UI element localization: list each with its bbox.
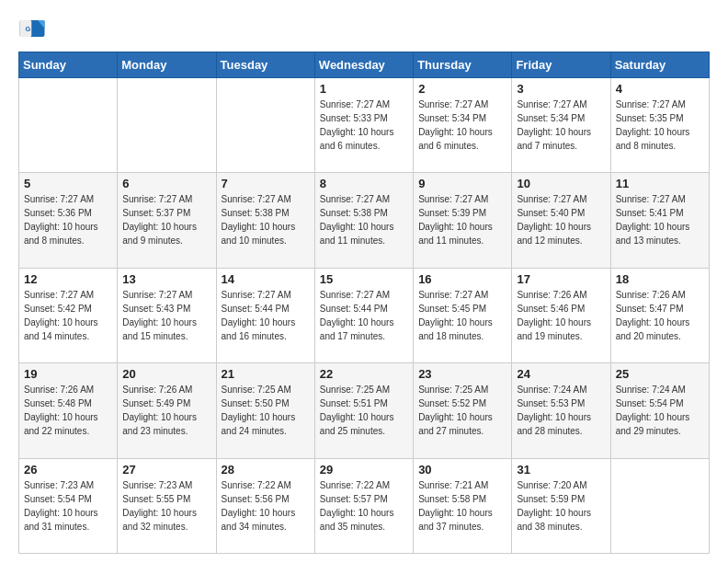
week-row-5: 26Sunrise: 7:23 AM Sunset: 5:54 PM Dayli… [19, 458, 710, 553]
day-number: 16 [418, 272, 506, 286]
day-cell-13: 13Sunrise: 7:27 AM Sunset: 5:43 PM Dayli… [118, 268, 216, 362]
day-cell-19: 19Sunrise: 7:26 AM Sunset: 5:48 PM Dayli… [19, 363, 118, 458]
day-number: 24 [517, 367, 605, 381]
empty-cell [19, 78, 118, 173]
week-row-4: 19Sunrise: 7:26 AM Sunset: 5:48 PM Dayli… [19, 363, 710, 458]
day-info: Sunrise: 7:23 AM Sunset: 5:55 PM Dayligh… [122, 478, 210, 534]
weekday-monday: Monday [118, 52, 216, 78]
day-number: 12 [24, 272, 112, 286]
day-info: Sunrise: 7:26 AM Sunset: 5:47 PM Dayligh… [616, 288, 704, 343]
header: G [18, 15, 710, 42]
week-row-1: 1Sunrise: 7:27 AM Sunset: 5:33 PM Daylig… [19, 78, 710, 173]
day-cell-3: 3Sunrise: 7:27 AM Sunset: 5:34 PM Daylig… [512, 78, 610, 173]
day-number: 21 [222, 367, 310, 381]
day-number: 3 [517, 82, 605, 96]
weekday-sunday: Sunday [19, 52, 118, 78]
day-info: Sunrise: 7:20 AM Sunset: 5:59 PM Dayligh… [517, 478, 605, 534]
day-number: 5 [24, 177, 112, 190]
day-number: 14 [222, 272, 310, 286]
day-cell-10: 10Sunrise: 7:27 AM Sunset: 5:40 PM Dayli… [512, 173, 610, 268]
day-cell-23: 23Sunrise: 7:25 AM Sunset: 5:52 PM Dayli… [414, 363, 512, 458]
day-number: 28 [222, 463, 310, 477]
empty-cell [216, 78, 314, 173]
day-number: 27 [122, 463, 210, 477]
weekday-tuesday: Tuesday [216, 52, 314, 78]
day-info: Sunrise: 7:27 AM Sunset: 5:43 PM Dayligh… [122, 288, 210, 343]
day-cell-12: 12Sunrise: 7:27 AM Sunset: 5:42 PM Dayli… [19, 268, 118, 362]
day-info: Sunrise: 7:27 AM Sunset: 5:42 PM Dayligh… [24, 288, 112, 343]
day-info: Sunrise: 7:27 AM Sunset: 5:44 PM Dayligh… [320, 288, 408, 343]
weekday-thursday: Thursday [414, 52, 512, 78]
day-info: Sunrise: 7:27 AM Sunset: 5:38 PM Dayligh… [320, 192, 408, 247]
day-info: Sunrise: 7:26 AM Sunset: 5:46 PM Dayligh… [517, 288, 605, 343]
day-info: Sunrise: 7:22 AM Sunset: 5:56 PM Dayligh… [222, 478, 310, 534]
day-number: 13 [122, 272, 210, 286]
day-number: 4 [616, 82, 704, 96]
day-info: Sunrise: 7:21 AM Sunset: 5:58 PM Dayligh… [418, 478, 506, 534]
day-cell-7: 7Sunrise: 7:27 AM Sunset: 5:38 PM Daylig… [216, 173, 314, 268]
calendar-table: SundayMondayTuesdayWednesdayThursdayFrid… [18, 52, 710, 554]
day-number: 11 [616, 177, 704, 190]
day-cell-29: 29Sunrise: 7:22 AM Sunset: 5:57 PM Dayli… [314, 458, 413, 553]
day-cell-28: 28Sunrise: 7:22 AM Sunset: 5:56 PM Dayli… [216, 458, 314, 553]
day-info: Sunrise: 7:24 AM Sunset: 5:54 PM Dayligh… [616, 383, 704, 438]
day-cell-14: 14Sunrise: 7:27 AM Sunset: 5:44 PM Dayli… [216, 268, 314, 362]
day-number: 10 [517, 177, 605, 190]
day-number: 7 [222, 177, 310, 190]
day-info: Sunrise: 7:25 AM Sunset: 5:50 PM Dayligh… [222, 383, 310, 438]
day-info: Sunrise: 7:27 AM Sunset: 5:44 PM Dayligh… [222, 288, 310, 343]
day-info: Sunrise: 7:27 AM Sunset: 5:41 PM Dayligh… [616, 192, 704, 247]
day-cell-22: 22Sunrise: 7:25 AM Sunset: 5:51 PM Dayli… [314, 363, 413, 458]
day-info: Sunrise: 7:27 AM Sunset: 5:37 PM Dayligh… [122, 192, 210, 247]
day-cell-17: 17Sunrise: 7:26 AM Sunset: 5:46 PM Dayli… [512, 268, 610, 362]
day-number: 23 [418, 367, 506, 381]
svg-text:G: G [26, 25, 31, 33]
day-cell-27: 27Sunrise: 7:23 AM Sunset: 5:55 PM Dayli… [118, 458, 216, 553]
day-cell-30: 30Sunrise: 7:21 AM Sunset: 5:58 PM Dayli… [414, 458, 512, 553]
empty-cell [118, 78, 216, 173]
logo-icon: G [18, 15, 46, 42]
day-number: 22 [320, 367, 408, 381]
day-cell-26: 26Sunrise: 7:23 AM Sunset: 5:54 PM Dayli… [19, 458, 118, 553]
day-cell-16: 16Sunrise: 7:27 AM Sunset: 5:45 PM Dayli… [414, 268, 512, 362]
day-info: Sunrise: 7:27 AM Sunset: 5:45 PM Dayligh… [418, 288, 506, 343]
day-number: 8 [320, 177, 408, 190]
day-info: Sunrise: 7:24 AM Sunset: 5:53 PM Dayligh… [517, 383, 605, 438]
weekday-wednesday: Wednesday [314, 52, 413, 78]
calendar-page: G SundayMondayTuesdayWednesdayThursdayFr… [0, 0, 728, 563]
day-cell-4: 4Sunrise: 7:27 AM Sunset: 5:35 PM Daylig… [610, 78, 709, 173]
day-info: Sunrise: 7:26 AM Sunset: 5:49 PM Dayligh… [122, 383, 210, 438]
day-cell-2: 2Sunrise: 7:27 AM Sunset: 5:34 PM Daylig… [414, 78, 512, 173]
day-cell-21: 21Sunrise: 7:25 AM Sunset: 5:50 PM Dayli… [216, 363, 314, 458]
day-number: 6 [122, 177, 210, 190]
day-cell-31: 31Sunrise: 7:20 AM Sunset: 5:59 PM Dayli… [512, 458, 610, 553]
day-number: 2 [418, 82, 506, 96]
day-number: 29 [320, 463, 408, 477]
day-number: 17 [517, 272, 605, 286]
day-number: 1 [320, 82, 408, 96]
day-cell-15: 15Sunrise: 7:27 AM Sunset: 5:44 PM Dayli… [314, 268, 413, 362]
day-info: Sunrise: 7:22 AM Sunset: 5:57 PM Dayligh… [320, 478, 408, 534]
day-cell-9: 9Sunrise: 7:27 AM Sunset: 5:39 PM Daylig… [414, 173, 512, 268]
day-info: Sunrise: 7:26 AM Sunset: 5:48 PM Dayligh… [24, 383, 112, 438]
day-cell-20: 20Sunrise: 7:26 AM Sunset: 5:49 PM Dayli… [118, 363, 216, 458]
day-info: Sunrise: 7:25 AM Sunset: 5:52 PM Dayligh… [418, 383, 506, 438]
day-cell-25: 25Sunrise: 7:24 AM Sunset: 5:54 PM Dayli… [610, 363, 709, 458]
day-number: 20 [122, 367, 210, 381]
day-cell-1: 1Sunrise: 7:27 AM Sunset: 5:33 PM Daylig… [314, 78, 413, 173]
day-info: Sunrise: 7:27 AM Sunset: 5:34 PM Dayligh… [517, 98, 605, 153]
day-info: Sunrise: 7:27 AM Sunset: 5:34 PM Dayligh… [418, 98, 506, 153]
day-cell-24: 24Sunrise: 7:24 AM Sunset: 5:53 PM Dayli… [512, 363, 610, 458]
week-row-2: 5Sunrise: 7:27 AM Sunset: 5:36 PM Daylig… [19, 173, 710, 268]
day-info: Sunrise: 7:27 AM Sunset: 5:40 PM Dayligh… [517, 192, 605, 247]
day-info: Sunrise: 7:27 AM Sunset: 5:33 PM Dayligh… [320, 98, 408, 153]
weekday-saturday: Saturday [610, 52, 709, 78]
day-number: 25 [616, 367, 704, 381]
week-row-3: 12Sunrise: 7:27 AM Sunset: 5:42 PM Dayli… [19, 268, 710, 362]
day-number: 19 [24, 367, 112, 381]
day-number: 18 [616, 272, 704, 286]
day-number: 15 [320, 272, 408, 286]
day-number: 26 [24, 463, 112, 477]
weekday-friday: Friday [512, 52, 610, 78]
day-cell-8: 8Sunrise: 7:27 AM Sunset: 5:38 PM Daylig… [314, 173, 413, 268]
